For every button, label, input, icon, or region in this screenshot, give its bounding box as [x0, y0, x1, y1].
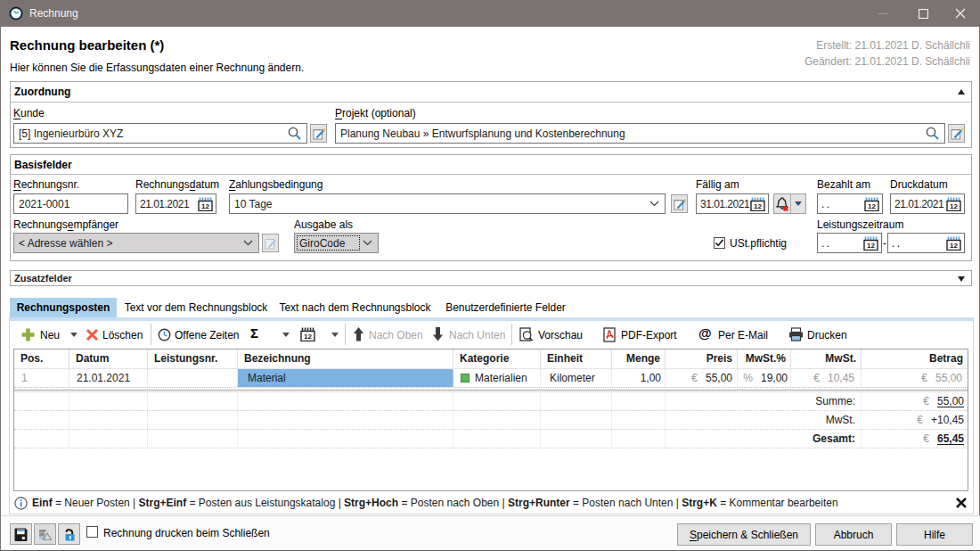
cell-mwst[interactable]: €10,45 — [791, 369, 862, 387]
zusatzfelder-group[interactable]: Zusatzfelder — [10, 270, 972, 286]
col-pos[interactable]: Pos. — [14, 350, 69, 368]
col-leistungsnr[interactable]: Leistungsnr. — [148, 350, 238, 368]
printer-icon[interactable] — [788, 327, 804, 341]
leistung-von-input[interactable]: . . 12 — [817, 233, 882, 253]
print-on-close-label[interactable]: Rechnung drucken beim Schließen — [103, 527, 270, 539]
empfaenger-select[interactable]: < Adresse wählen > — [13, 233, 259, 253]
toolbar-neu-button[interactable]: Neu — [40, 328, 60, 342]
projekt-edit-button[interactable] — [948, 124, 965, 143]
toolbar-offene-zeiten-button[interactable]: Offene Zeiten — [175, 328, 240, 342]
cell-betrag[interactable]: €55,00 — [862, 369, 968, 387]
tab-text-nach[interactable]: Text nach dem Rechnungsblock — [275, 298, 435, 317]
toolbar-sigma-button[interactable]: Σ — [250, 326, 258, 341]
search-icon[interactable] — [925, 126, 940, 141]
abort-button[interactable]: Abbruch — [815, 523, 892, 546]
calendar-dropdown-icon[interactable] — [331, 333, 339, 337]
col-mwst[interactable]: MwSt. — [791, 350, 862, 368]
sigma-dropdown-icon[interactable] — [282, 333, 290, 337]
bezahlt-input[interactable]: . . 12 — [817, 193, 883, 214]
plus-icon[interactable] — [20, 327, 36, 342]
cell-menge[interactable]: 1,00 — [612, 369, 666, 387]
faellig-input[interactable]: 31.01.2021 12 — [696, 193, 769, 214]
hint-close-icon[interactable] — [955, 497, 968, 509]
cell-einheit[interactable]: Kilometer — [541, 369, 612, 387]
close-button[interactable] — [940, 0, 980, 27]
cell-mwst-prozent[interactable]: %19,00 — [738, 369, 791, 387]
col-bezeichnung[interactable]: Bezeichnung — [238, 350, 453, 368]
col-preis[interactable]: Preis — [666, 350, 738, 368]
zahlungsbedingung-select[interactable]: 10 Tage — [229, 193, 666, 214]
help-button[interactable]: Hilfe — [896, 523, 973, 546]
table-row[interactable]: 1 21.01.2021 Material Materialien Kilome… — [14, 369, 968, 388]
clock-icon[interactable] — [158, 328, 171, 341]
calendar-icon[interactable]: 12 — [750, 197, 765, 211]
druckdatum-label: Druckdatum — [890, 178, 948, 191]
minimize-button[interactable] — [863, 0, 903, 27]
toolbar-drucken-button[interactable]: Drucken — [807, 328, 847, 342]
svg-text:12: 12 — [201, 202, 209, 210]
cell-bezeichnung-selected[interactable]: Material — [238, 369, 453, 387]
leistung-bis-input[interactable]: . . 12 — [887, 233, 965, 253]
reminder-bell-button[interactable] — [774, 194, 791, 213]
calendar-icon[interactable]: 12 — [946, 197, 961, 211]
neu-dropdown-icon[interactable] — [70, 333, 78, 337]
kunde-input[interactable]: [5] Ingenieurbüro XYZ — [13, 123, 307, 144]
calendar-icon[interactable]: 12 — [864, 197, 879, 211]
ust-checkbox[interactable] — [714, 237, 725, 249]
col-datum[interactable]: Datum — [69, 350, 148, 368]
toolbar-loeschen-button[interactable]: Löschen — [102, 328, 143, 342]
collapse-up-icon[interactable] — [958, 89, 965, 95]
cell-kategorie[interactable]: Materialien — [453, 369, 541, 387]
preview-icon[interactable] — [519, 327, 534, 342]
reminder-split-button[interactable] — [773, 193, 806, 214]
calendar-icon[interactable]: 12 — [863, 236, 878, 251]
col-kategorie[interactable]: Kategorie — [453, 350, 541, 368]
calendar-toolbar-icon[interactable]: 12 — [300, 327, 315, 341]
toolbar-nach-oben-button[interactable]: Nach Oben — [369, 328, 423, 342]
hint-desc: = Posten nach Oben | — [398, 497, 508, 509]
cell-preis[interactable]: €55,00 — [666, 369, 738, 387]
save-template-button-disabled[interactable] — [34, 523, 56, 545]
save-close-button[interactable]: Speichern & Schließen — [677, 523, 811, 546]
delete-x-icon[interactable] — [86, 328, 99, 341]
col-mwst-prozent[interactable]: MwSt.% — [738, 350, 791, 368]
toolbar-per-email-button[interactable]: Per E-Mail — [718, 328, 768, 342]
zahlungsbedingung-edit-button[interactable] — [671, 194, 688, 213]
toolbar-nach-unten-button[interactable]: Nach Unten — [449, 328, 505, 342]
unlock-button[interactable] — [58, 523, 80, 545]
ausgabe-select[interactable]: GiroCode — [294, 233, 379, 253]
hint-key: Strg+K — [682, 497, 717, 509]
cell-pos[interactable]: 1 — [14, 369, 69, 387]
reminder-dropdown-button[interactable] — [791, 194, 805, 213]
tab-rechnungsposten[interactable]: Rechnungsposten — [10, 298, 117, 317]
collapse-down-icon[interactable] — [958, 276, 965, 282]
col-menge[interactable]: Menge — [612, 350, 666, 368]
rechnungsdatum-input[interactable]: 21.01.2021 12 — [135, 193, 216, 214]
rechnungsnr-input[interactable]: 2021-0001 — [13, 193, 128, 214]
calendar-icon[interactable]: 12 — [946, 236, 961, 251]
unlock-icon — [61, 527, 77, 542]
print-on-close-checkbox[interactable] — [86, 526, 98, 538]
ust-checkbox-label[interactable]: USt.pflichtig — [730, 237, 787, 250]
cell-datum[interactable]: 21.01.2021 — [69, 369, 148, 387]
empfaenger-edit-button[interactable] — [262, 234, 279, 252]
kunde-edit-button[interactable] — [310, 124, 327, 143]
search-icon[interactable] — [287, 126, 302, 141]
at-icon[interactable]: @ — [698, 326, 712, 341]
rechnungsdatum-label: Rechnungsdatum — [135, 178, 219, 191]
col-betrag[interactable]: Betrag — [862, 350, 968, 368]
window-title: Rechnung — [29, 0, 78, 27]
maximize-button[interactable] — [903, 0, 943, 27]
save-button[interactable] — [10, 523, 32, 545]
calendar-icon[interactable]: 12 — [198, 197, 213, 211]
toolbar-vorschau-button[interactable]: Vorschau — [538, 328, 583, 342]
cell-leistungsnr[interactable] — [148, 369, 238, 387]
toolbar-pdf-export-button[interactable]: PDF-Export — [621, 328, 677, 342]
tab-text-vor[interactable]: Text vor dem Rechnungsblock — [117, 298, 275, 317]
pdf-icon[interactable] — [603, 327, 617, 342]
tab-benutzerdefiniert[interactable]: Benutzerdefinierte Felder — [435, 298, 576, 317]
faellig-label: Fällig am — [696, 178, 739, 191]
projekt-input[interactable]: Planung Neubau » Entwurfsplanung und Kos… — [335, 123, 945, 144]
col-einheit[interactable]: Einheit — [541, 350, 612, 368]
druckdatum-input[interactable]: 21.01.2021 12 — [890, 193, 965, 214]
